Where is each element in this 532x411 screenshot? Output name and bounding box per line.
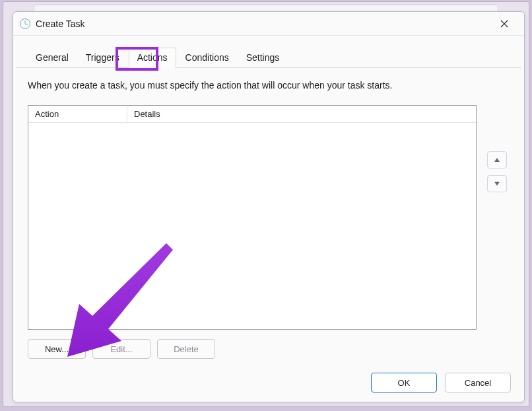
edit-button[interactable]: Edit...: [92, 339, 150, 359]
close-icon: [500, 20, 508, 28]
description-text: When you create a task, you must specify…: [28, 80, 510, 91]
delete-button[interactable]: Delete: [157, 339, 215, 359]
tab-settings[interactable]: Settings: [238, 48, 288, 67]
close-button[interactable]: [491, 15, 517, 33]
tab-actions[interactable]: Actions: [129, 48, 176, 68]
create-task-dialog: Create Task General Triggers Actions Con…: [13, 11, 525, 402]
window-title: Create Task: [36, 19, 84, 29]
column-details[interactable]: Details: [127, 106, 476, 122]
background: Create Task General Triggers Actions Con…: [3, 1, 529, 407]
reorder-controls: [487, 151, 510, 192]
chevron-up-icon: [494, 158, 500, 162]
titlebar: Create Task: [13, 12, 524, 36]
svg-marker-3: [494, 182, 500, 186]
chevron-down-icon: [494, 182, 500, 186]
tabstrip: General Triggers Actions Conditions Sett…: [16, 36, 521, 68]
clock-icon: [20, 19, 30, 29]
dialog-footer: OK Cancel: [371, 373, 511, 392]
move-up-button[interactable]: [487, 151, 507, 168]
new-button[interactable]: New...: [28, 339, 86, 359]
tab-body: When you create a task, you must specify…: [13, 68, 524, 368]
move-down-button[interactable]: [487, 175, 507, 192]
action-buttons-row: New... Edit... Delete: [28, 339, 510, 359]
actions-list[interactable]: Action Details: [28, 105, 477, 330]
tab-triggers[interactable]: Triggers: [78, 48, 127, 67]
actions-area: Action Details: [28, 105, 510, 330]
list-header: Action Details: [28, 106, 476, 123]
background-strip: [35, 5, 497, 11]
tab-conditions[interactable]: Conditions: [178, 48, 237, 67]
tab-general[interactable]: General: [28, 48, 77, 67]
cancel-button[interactable]: Cancel: [445, 373, 511, 392]
column-action[interactable]: Action: [28, 106, 127, 122]
ok-button[interactable]: OK: [371, 373, 437, 392]
svg-marker-2: [494, 158, 500, 162]
